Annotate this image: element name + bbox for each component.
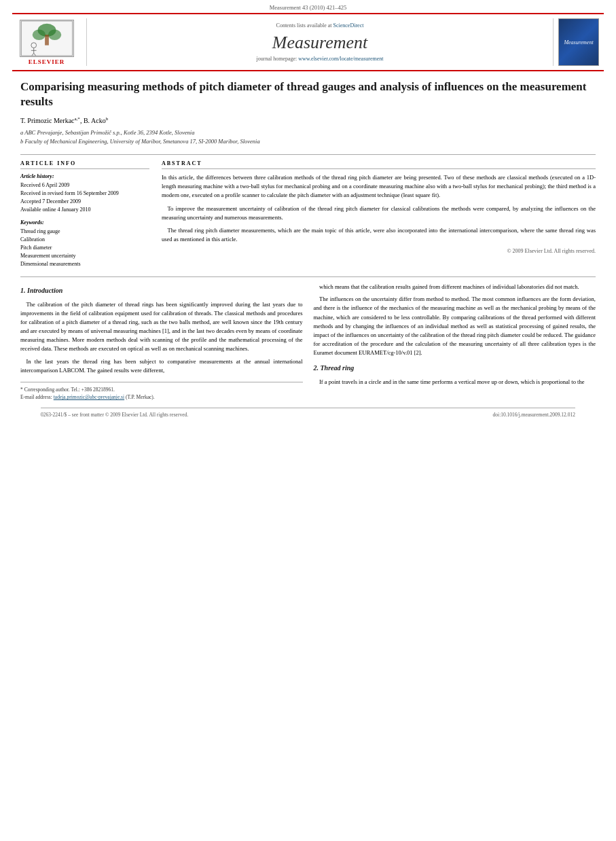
section1-col2-body: which means that the calibration results… xyxy=(314,283,596,357)
bottom-left: 0263-2241/$ – see front matter © 2009 El… xyxy=(41,412,188,418)
article-content: Comparising measuring methods of pitch d… xyxy=(0,71,616,425)
article-online: Available online 4 January 2010 xyxy=(20,206,149,214)
bottom-right: doi:10.1016/j.measurement.2009.12.012 xyxy=(493,412,575,418)
section1-p2: In the last years the thread ring has be… xyxy=(20,357,303,375)
abstract-p2: To improve the measurement uncertainty o… xyxy=(162,204,596,222)
section1-p1: The calibration of the pitch diameter of… xyxy=(20,300,303,354)
affiliation-b: b Faculty of Mechanical Engineering, Uni… xyxy=(20,137,596,146)
abstract-text: In this article, the differences between… xyxy=(162,173,596,244)
journal-right: Measurement xyxy=(553,18,604,66)
svg-point-3 xyxy=(48,29,60,39)
affiliation-a: a ABC Prevajanje, Sebastijan Primožič s.… xyxy=(20,128,596,137)
keyword-4: Measurement uncertainty xyxy=(20,252,149,260)
authors-line: T. Primozic Merkaca,*, B. Ackob xyxy=(20,116,596,124)
keyword-3: Pitch diameter xyxy=(20,244,149,252)
bottom-bar: 0263-2241/$ – see front matter © 2009 El… xyxy=(41,408,575,418)
section1-col1-body: The calibration of the pitch diameter of… xyxy=(20,300,303,375)
copyright-line: © 2009 Elsevier Ltd. All rights reserved… xyxy=(162,248,596,254)
col-left: 1. Introduction The calibration of the p… xyxy=(20,283,303,401)
affiliations: a ABC Prevajanje, Sebastijan Primožič s.… xyxy=(20,128,596,147)
journal-title: Measurement xyxy=(272,33,368,53)
body-divider xyxy=(20,276,596,277)
sciencedirect-link[interactable]: ScienceDirect xyxy=(333,22,364,29)
keyword-2: Calibration xyxy=(20,236,149,244)
abstract-p1: In this article, the differences between… xyxy=(162,173,596,200)
footnote-email: E-mail address: tadeja.primozic@abc-prev… xyxy=(20,393,303,401)
elsevier-brand: ELSEVIER xyxy=(29,58,65,65)
article-accepted: Accepted 7 December 2009 xyxy=(20,198,149,206)
article-revised: Received in revised form 16 September 20… xyxy=(20,190,149,198)
article-info-title: ARTICLE INFO xyxy=(20,160,149,169)
elsevier-logo-area: ELSEVIER xyxy=(12,18,87,66)
abstract-p3: The thread ring pitch diameter measureme… xyxy=(162,226,596,244)
section2-col2-p3: If a point travels in a circle and in th… xyxy=(314,378,596,387)
author-sep: , B. Acko xyxy=(80,118,106,125)
abstract-title: ABSTRACT xyxy=(162,160,596,169)
col-right: which means that the calibration results… xyxy=(314,283,596,401)
homepage-line: journal homepage: www.elsevier.com/locat… xyxy=(257,56,384,62)
journal-header: ELSEVIER Contents lists available at Sci… xyxy=(12,13,604,71)
section2-title: 2. Thread ring xyxy=(314,363,596,374)
info-abstract-row: ARTICLE INFO Article history: Received 6… xyxy=(20,160,596,268)
top-bar: Measurement 43 (2010) 421–425 xyxy=(0,0,616,13)
page: Measurement 43 (2010) 421–425 xyxy=(0,0,616,841)
keywords-section: Keywords: Thread ring gauge Calibration … xyxy=(20,219,149,268)
section1-title: 1. Introduction xyxy=(20,285,303,296)
main-body: 1. Introduction The calibration of the p… xyxy=(20,283,596,401)
article-received: Received 6 April 2009 xyxy=(20,181,149,190)
author1-sup: a,* xyxy=(75,116,80,122)
footnote-area: * Corresponding author. Tel.: +386 28218… xyxy=(20,382,303,401)
journal-center: Contents lists available at ScienceDirec… xyxy=(92,18,547,66)
svg-point-2 xyxy=(32,29,45,39)
article-history-title: Article history: xyxy=(20,173,149,179)
elsevier-logo-image xyxy=(20,20,74,57)
keyword-5: Dimensional measurements xyxy=(20,260,149,268)
journal-citation: Measurement 43 (2010) 421–425 xyxy=(270,4,347,11)
section1-col2-p2: The influences on the uncertainty differ… xyxy=(314,295,596,357)
author2-sup: b xyxy=(106,116,109,122)
article-divider xyxy=(20,154,596,155)
section1-col2-p1: which means that the calibration results… xyxy=(314,283,596,291)
abstract-section: ABSTRACT In this article, the difference… xyxy=(162,160,596,268)
journal-cover-image: Measurement xyxy=(558,18,599,66)
footnote-email-suffix: (T.P. Merkac). xyxy=(126,394,155,400)
homepage-url[interactable]: www.elsevier.com/locate/measurement xyxy=(298,56,383,62)
section2-col2-body: If a point travels in a circle and in th… xyxy=(314,378,596,387)
article-info: ARTICLE INFO Article history: Received 6… xyxy=(20,160,149,268)
contents-line: Contents lists available at ScienceDirec… xyxy=(276,22,364,29)
footnote-corresponding: * Corresponding author. Tel.: +386 28218… xyxy=(20,386,303,393)
author1-name: T. Primozic Merkac xyxy=(20,118,75,125)
keywords-title: Keywords: xyxy=(20,219,149,226)
footnote-email-address[interactable]: tadeja.primozic@abc-prevajanje.si xyxy=(54,394,124,400)
keyword-1: Thread ring gauge xyxy=(20,228,149,236)
svg-rect-4 xyxy=(45,35,49,45)
article-title: Comparising measuring methods of pitch d… xyxy=(20,79,596,109)
